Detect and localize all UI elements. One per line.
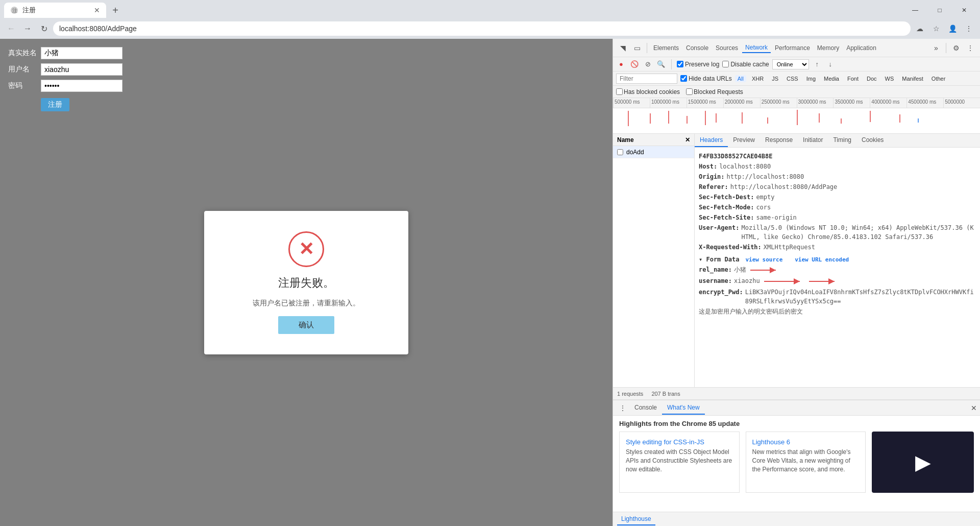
rd-tab-timing[interactable]: Timing — [828, 134, 856, 147]
reload-button[interactable]: ↻ — [37, 21, 51, 36]
tl-bar-10 — [819, 113, 820, 123]
search-btn[interactable]: 🔍 — [656, 59, 666, 69]
inspect-element-btn[interactable]: ◥ — [616, 41, 629, 55]
header-token-key: F4FB33D88527CAE04B8E — [699, 152, 773, 161]
tab-close-btn[interactable]: ✕ — [94, 6, 100, 14]
filter-btn[interactable]: ⊘ — [643, 59, 653, 69]
cast-icon[interactable]: ☁ — [913, 21, 927, 36]
type-btn-xhr[interactable]: XHR — [749, 75, 766, 82]
view-source-link[interactable]: view source — [745, 256, 782, 263]
has-blocked-cookies-label[interactable]: Has blocked cookies — [616, 88, 680, 95]
menu-icon[interactable]: ⋮ — [962, 21, 976, 36]
maximize-button[interactable]: □ — [928, 3, 951, 18]
tab-network[interactable]: Network — [742, 43, 771, 53]
bottom-tab-whats-new[interactable]: What's New — [662, 401, 705, 415]
net-list-area: Name ✕ doAdd Headers Preview Response In… — [613, 134, 980, 387]
timeline-bars — [613, 108, 980, 134]
header-host: Host: localhost:8080 — [699, 162, 976, 171]
download-icon[interactable]: ↓ — [825, 59, 836, 69]
rd-tab-initiator[interactable]: Initiator — [798, 134, 828, 147]
profile-icon[interactable]: 👤 — [945, 21, 960, 36]
close-name-col-btn[interactable]: ✕ — [685, 136, 690, 144]
type-btn-all[interactable]: All — [735, 75, 746, 82]
arrow-annotation-3 — [809, 276, 840, 286]
bottom-tab-console[interactable]: Console — [629, 401, 662, 415]
back-button[interactable]: ← — [4, 21, 18, 36]
more-tabs-btn[interactable]: » — [929, 41, 943, 55]
request-item-doAdd[interactable]: doAdd — [613, 146, 694, 158]
user-agent-key: User-Agent: — [699, 223, 739, 242]
preserve-log-label[interactable]: Preserve log — [677, 61, 719, 68]
has-blocked-cookies-checkbox[interactable] — [616, 88, 623, 95]
disable-cache-checkbox[interactable] — [722, 61, 729, 67]
tick-5: 3000000 ms — [797, 98, 834, 108]
type-btn-img[interactable]: Img — [804, 75, 818, 82]
tab-title: 注册 — [22, 6, 90, 15]
svg-text:注: 注 — [12, 8, 17, 13]
type-btn-doc[interactable]: Doc — [864, 75, 879, 82]
type-btn-font[interactable]: Font — [845, 75, 861, 82]
tab-elements[interactable]: Elements — [650, 43, 682, 53]
type-btn-js[interactable]: JS — [769, 75, 781, 82]
tab-application[interactable]: Application — [843, 43, 879, 53]
rd-tab-headers[interactable]: Headers — [695, 134, 728, 147]
view-url-link[interactable]: view URL encoded — [795, 256, 849, 263]
dt-bottom-bar: Lighthouse — [613, 512, 980, 526]
tick-3: 2000000 ms — [723, 98, 760, 108]
window-controls: — □ ✕ — [903, 3, 980, 18]
blocked-requests-checkbox[interactable] — [686, 88, 693, 95]
net-sep1 — [671, 59, 672, 69]
lighthouse-tab[interactable]: Lighthouse — [617, 513, 655, 525]
host-val: localhost:8080 — [719, 162, 771, 171]
referer-key: Referer: — [699, 182, 728, 192]
rd-tab-preview[interactable]: Preview — [728, 134, 760, 147]
dialog-confirm-button[interactable]: 确认 — [278, 316, 334, 334]
record-btn[interactable]: ● — [616, 59, 626, 69]
settings-btn[interactable]: ⚙ — [949, 41, 963, 55]
error-icon: ✕ — [288, 231, 324, 267]
tab-console[interactable]: Console — [683, 43, 712, 53]
arrow-annotation-2 — [764, 276, 805, 286]
filter-input[interactable] — [616, 74, 677, 84]
clear-btn[interactable]: 🚫 — [629, 59, 640, 69]
new-tab-button[interactable]: + — [108, 3, 122, 17]
type-btn-other[interactable]: Other — [929, 75, 948, 82]
device-toolbar-btn[interactable]: ▭ — [630, 41, 644, 55]
hide-data-urls-checkbox[interactable] — [680, 75, 687, 82]
preserve-log-checkbox[interactable] — [677, 61, 683, 67]
type-btn-manifest[interactable]: Manifest — [899, 75, 926, 82]
bottom-menu-btn[interactable]: ⋮ — [616, 401, 629, 415]
throttling-select[interactable]: Online Fast 3G Slow 3G Offline — [772, 59, 809, 69]
type-btn-ws[interactable]: WS — [883, 75, 897, 82]
forward-button[interactable]: → — [20, 21, 35, 36]
tick-7: 4000000 ms — [870, 98, 906, 108]
bookmark-icon[interactable]: ☆ — [929, 21, 943, 36]
upload-icon[interactable]: ↑ — [812, 59, 822, 69]
lighthouse-title[interactable]: Lighthouse 6 — [752, 438, 860, 446]
video-thumbnail[interactable]: ▶ — [872, 432, 974, 493]
tab-favicon: 注 — [10, 6, 18, 14]
request-checkbox[interactable] — [617, 149, 623, 155]
active-tab[interactable]: 注 注册 ✕ — [4, 3, 106, 18]
transfer-size: 207 B trans — [651, 391, 680, 397]
hide-data-urls-label[interactable]: Hide data URLs — [680, 75, 732, 82]
lighthouse-desc: New metrics that align with Google's Cor… — [752, 448, 860, 473]
bottom-close-btn[interactable]: ✕ — [971, 404, 977, 412]
rd-tab-response[interactable]: Response — [760, 134, 798, 147]
minimize-button[interactable]: — — [903, 3, 927, 18]
header-referer: Referer: http://localhost:8080/AddPage — [699, 182, 976, 192]
type-btn-css[interactable]: CSS — [784, 75, 801, 82]
blocked-requests-label[interactable]: Blocked Requests — [686, 88, 743, 95]
tab-sources[interactable]: Sources — [713, 43, 741, 53]
close-button[interactable]: ✕ — [952, 3, 976, 18]
rd-tab-cookies[interactable]: Cookies — [856, 134, 889, 147]
customize-btn[interactable]: ⋮ — [964, 41, 977, 55]
disable-cache-label[interactable]: Disable cache — [722, 61, 769, 68]
tab-memory[interactable]: Memory — [814, 43, 842, 53]
type-btn-media[interactable]: Media — [821, 75, 842, 82]
url-bar[interactable]: localhost:8080/AddPage — [53, 21, 911, 36]
tab-performance[interactable]: Performance — [772, 43, 813, 53]
css-in-js-title[interactable]: Style editing for CSS-in-JS — [626, 438, 733, 446]
toolbar-separator — [647, 43, 647, 53]
net-name-column: Name ✕ doAdd — [613, 134, 695, 387]
